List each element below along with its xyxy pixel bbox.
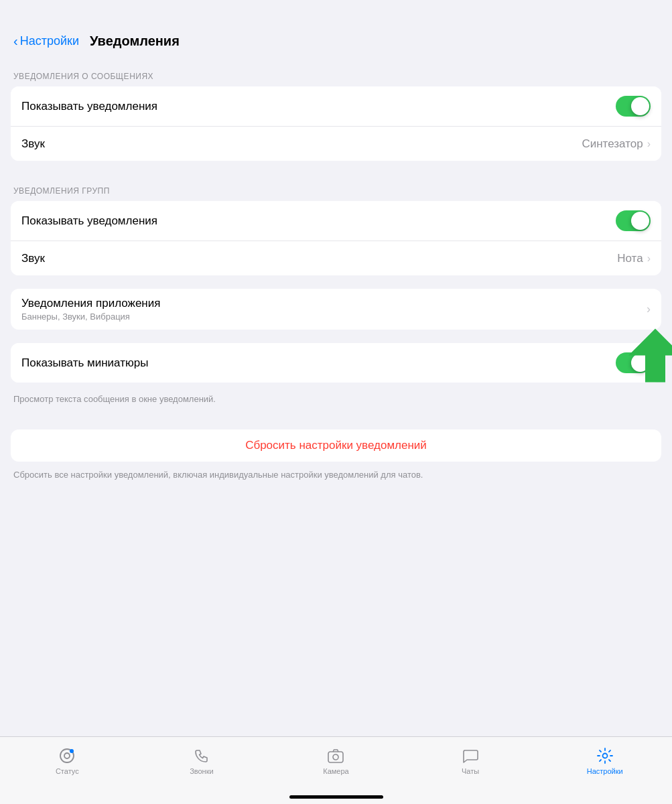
gap-1: [0, 161, 672, 174]
tab-camera-label: Камера: [323, 767, 348, 775]
thumbnails-note: Просмотр текста сообщения в окне уведомл…: [0, 388, 672, 405]
thumbnails-body: Показывать миниатюры: [11, 343, 661, 383]
tab-settings-label: Настройки: [587, 767, 623, 775]
reset-label: Сбросить настройки уведомлений: [245, 439, 427, 452]
home-indicator-container: [0, 793, 672, 804]
section-groups-body: Показывать уведомления Звук Нота ›: [11, 201, 661, 275]
screen: ‹ Настройки Уведомления УВЕДОМЛЕНИЯ О СО…: [0, 0, 672, 804]
settings-icon: [596, 747, 614, 764]
app-notifications-sub-label: Баннеры, Звуки, Вибрация: [21, 312, 160, 322]
groups-sound-value: Нота ›: [617, 252, 651, 265]
calls-icon: [193, 747, 210, 764]
tab-chats[interactable]: Чаты: [450, 747, 490, 775]
svg-point-3: [70, 749, 74, 753]
section-messages: УВЕДОМЛЕНИЯ О СООБЩЕНИЯХ Показывать увед…: [0, 60, 672, 161]
toggle-thumb: [631, 97, 649, 115]
chats-icon: [462, 747, 479, 764]
messages-sound-value: Синтезатор ›: [582, 137, 651, 151]
home-indicator: [289, 795, 383, 799]
toggle-thumb-2: [631, 212, 649, 230]
groups-show-toggle[interactable]: [616, 210, 651, 231]
groups-show-label: Показывать уведомления: [21, 214, 157, 228]
svg-point-5: [333, 754, 338, 760]
back-button[interactable]: ‹ Настройки: [13, 34, 79, 49]
svg-point-2: [64, 753, 70, 758]
svg-rect-4: [328, 752, 343, 762]
messages-show-row: Показывать уведомления: [11, 86, 661, 126]
thumbnails-label: Показывать миниатюры: [21, 356, 148, 370]
gap-2: [0, 275, 672, 289]
app-notifications-section: Уведомления приложения Баннеры, Звуки, В…: [11, 289, 661, 330]
tab-chats-label: Чаты: [462, 767, 479, 775]
gap-3: [0, 330, 672, 343]
app-notifications-label: Уведомления приложения: [21, 297, 160, 310]
gap-4: [0, 405, 672, 419]
camera-icon: [327, 747, 344, 764]
tab-status-label: Статус: [56, 767, 79, 775]
tab-bar: Статус Звонки Камера Чаты: [0, 736, 672, 793]
toggle-thumb-3: [631, 354, 649, 372]
chevron-right-icon-2: ›: [647, 253, 651, 265]
back-chevron-icon: ‹: [13, 34, 18, 49]
svg-point-6: [602, 753, 607, 758]
thumbnails-toggle[interactable]: [616, 352, 651, 373]
section-groups: УВЕДОМЛЕНИЯ ГРУПП Показывать уведомления…: [0, 174, 672, 275]
thumbnails-section: Показывать миниатюры: [0, 343, 672, 383]
groups-show-row: Показывать уведомления: [11, 201, 661, 241]
navigation-header: ‹ Настройки Уведомления: [0, 0, 672, 60]
app-notifications-label-group: Уведомления приложения Баннеры, Звуки, В…: [21, 297, 160, 322]
thumbnails-body-wrapper: Показывать миниатюры: [11, 343, 661, 383]
messages-show-label: Показывать уведомления: [21, 100, 157, 113]
groups-sound-row[interactable]: Звук Нота ›: [11, 241, 661, 275]
groups-sound-text: Нота: [617, 252, 643, 265]
tab-status[interactable]: Статус: [47, 747, 87, 775]
back-label[interactable]: Настройки: [20, 34, 79, 48]
messages-sound-row[interactable]: Звук Синтезатор ›: [11, 126, 661, 161]
section-messages-body: Показывать уведомления Звук Синтезатор ›: [11, 86, 661, 161]
tab-calls[interactable]: Звонки: [182, 747, 222, 775]
messages-show-toggle[interactable]: [616, 96, 651, 117]
app-notifications-body: Уведомления приложения Баннеры, Звуки, В…: [11, 289, 661, 330]
groups-sound-label: Звук: [21, 252, 45, 265]
app-notifications-row[interactable]: Уведомления приложения Баннеры, Звуки, В…: [11, 289, 661, 330]
chevron-right-icon-3: ›: [647, 302, 651, 316]
tab-calls-label: Звонки: [190, 767, 214, 775]
tab-settings[interactable]: Настройки: [585, 747, 625, 775]
thumbnails-row: Показывать миниатюры: [11, 343, 661, 383]
content-scroll[interactable]: УВЕДОМЛЕНИЯ О СООБЩЕНИЯХ Показывать увед…: [0, 60, 672, 736]
reset-button[interactable]: Сбросить настройки уведомлений: [11, 429, 661, 462]
section-groups-header: УВЕДОМЛЕНИЯ ГРУПП: [0, 174, 672, 201]
reset-section: Сбросить настройки уведомлений: [11, 429, 661, 462]
messages-sound-text: Синтезатор: [582, 137, 643, 151]
section-messages-header: УВЕДОМЛЕНИЯ О СООБЩЕНИЯХ: [0, 60, 672, 86]
status-icon: [58, 747, 76, 764]
chevron-right-icon: ›: [647, 138, 651, 150]
reset-note: Сбросить все настройки уведомлений, вклю…: [0, 462, 672, 495]
messages-sound-label: Звук: [21, 137, 45, 151]
page-title: Уведомления: [90, 34, 180, 49]
tab-camera[interactable]: Камера: [316, 747, 356, 775]
